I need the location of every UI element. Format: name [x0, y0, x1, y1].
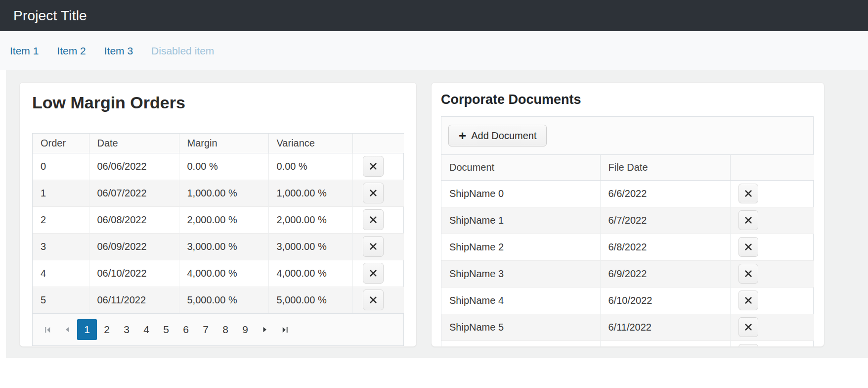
order-row: 306/09/20223,000.00 %3,000.00 % [33, 233, 404, 260]
orders-grid: OrderDateMarginVariance 006/06/20220.00 … [32, 133, 404, 346]
row-actions-cell [730, 340, 814, 347]
documents-column-header-document: Document [441, 155, 600, 180]
pager-page[interactable]: 7 [196, 319, 216, 340]
table-cell: 2,000.00 % [179, 206, 268, 233]
orders-table: OrderDateMarginVariance 006/06/20220.00 … [33, 134, 404, 313]
delete-row-button[interactable] [738, 237, 758, 257]
row-actions-cell [352, 260, 404, 287]
delete-row-button[interactable] [738, 210, 758, 230]
pager-page[interactable]: 5 [156, 319, 176, 340]
table-cell: 5 [33, 287, 89, 313]
first-page-icon [38, 319, 57, 340]
table-cell: 2,000.00 % [268, 206, 352, 233]
low-margin-orders-card: Low Margin Orders OrderDateMarginVarianc… [19, 82, 417, 347]
page-title: Project Title [13, 8, 87, 24]
delete-row-button[interactable] [738, 264, 758, 284]
documents-table-header-row: DocumentFile Date [441, 155, 814, 180]
x-icon [744, 296, 753, 305]
table-cell: 4 [33, 260, 89, 287]
documents-toolbar: + Add Document [441, 117, 813, 155]
document-row-partial [441, 340, 814, 347]
add-document-button-label: Add Document [471, 130, 536, 142]
x-icon [369, 189, 378, 197]
delete-row-button[interactable] [738, 184, 758, 203]
last-page-icon[interactable] [275, 319, 295, 340]
orders-column-header-variance: Variance [268, 134, 352, 153]
nav-item-3[interactable]: Item 3 [104, 45, 133, 57]
document-row: ShipName 16/7/2022 [441, 207, 814, 234]
x-icon [744, 323, 753, 332]
nav-item-4-disabled: Disabled item [151, 45, 214, 57]
table-cell: 06/11/2022 [89, 287, 179, 313]
table-cell: 6/10/2022 [600, 287, 730, 314]
order-row: 406/10/20224,000.00 %4,000.00 % [33, 260, 404, 287]
orders-column-header-date: Date [89, 134, 179, 153]
table-cell: 4,000.00 % [268, 260, 352, 287]
table-cell: ShipName 3 [441, 260, 600, 287]
delete-row-button[interactable] [363, 209, 384, 230]
orders-column-header-actions [352, 134, 404, 153]
document-row: ShipName 56/11/2022 [441, 314, 814, 340]
nav-item-2[interactable]: Item 2 [57, 45, 86, 57]
pager-page-active[interactable]: 1 [77, 319, 97, 340]
pager-page[interactable]: 9 [235, 319, 255, 340]
table-cell: 1,000.00 % [179, 180, 268, 206]
table-cell: 5,000.00 % [179, 287, 268, 313]
documents-grid: + Add Document DocumentFile Date ShipNam… [441, 116, 814, 347]
x-icon [744, 189, 753, 198]
row-actions-cell [352, 153, 404, 180]
plus-icon: + [459, 131, 466, 141]
nav-item-1[interactable]: Item 1 [10, 45, 39, 57]
table-cell: 06/10/2022 [89, 260, 179, 287]
table-cell: ShipName 2 [441, 234, 600, 260]
prev-page-icon [57, 319, 77, 340]
pager-page[interactable]: 2 [97, 319, 117, 340]
row-actions-cell [730, 234, 814, 260]
table-cell: 3 [33, 233, 89, 260]
x-icon [369, 162, 378, 171]
pager-page[interactable]: 3 [117, 319, 136, 340]
main-nav: Item 1Item 2Item 3Disabled item [0, 31, 868, 70]
table-cell: 3,000.00 % [179, 233, 268, 260]
table-cell: 0.00 % [268, 153, 352, 180]
delete-row-button[interactable] [363, 263, 384, 284]
table-cell [441, 340, 600, 347]
document-row: ShipName 36/9/2022 [441, 260, 814, 287]
pager-page[interactable]: 8 [216, 319, 235, 340]
table-cell: 2 [33, 206, 89, 233]
table-cell: 06/06/2022 [89, 153, 179, 180]
delete-row-button[interactable] [363, 183, 384, 203]
x-icon [744, 269, 753, 278]
pager-page[interactable]: 4 [136, 319, 156, 340]
row-actions-cell [730, 207, 814, 234]
delete-row-button[interactable] [738, 317, 758, 337]
x-icon [369, 269, 378, 278]
table-cell [600, 340, 730, 347]
documents-card-title: Corporate Documents [441, 91, 814, 108]
table-cell: 0.00 % [179, 153, 268, 180]
delete-row-button[interactable] [363, 156, 384, 177]
content-area: Low Margin Orders OrderDateMarginVarianc… [6, 70, 868, 358]
table-cell: 1 [33, 180, 89, 206]
delete-row-button[interactable] [363, 236, 384, 257]
row-actions-cell [730, 287, 814, 314]
delete-row-button[interactable] [738, 344, 758, 347]
row-actions-cell [730, 260, 814, 287]
x-icon [369, 295, 378, 304]
orders-card-title: Low Margin Orders [32, 91, 404, 114]
pager-page[interactable]: 6 [176, 319, 196, 340]
add-document-button[interactable]: + Add Document [448, 125, 547, 146]
row-actions-cell [352, 206, 404, 233]
document-row: ShipName 06/6/2022 [441, 180, 814, 207]
delete-row-button[interactable] [738, 291, 758, 310]
documents-column-header-actions [730, 155, 814, 180]
row-actions-cell [730, 180, 814, 207]
delete-row-button[interactable] [363, 290, 384, 310]
x-icon [369, 242, 378, 251]
orders-column-header-order: Order [33, 134, 89, 153]
next-page-icon[interactable] [255, 319, 275, 340]
order-row: 006/06/20220.00 %0.00 % [33, 153, 404, 180]
document-row: ShipName 26/8/2022 [441, 234, 814, 260]
table-cell: 1,000.00 % [268, 180, 352, 206]
row-actions-cell [730, 314, 814, 340]
